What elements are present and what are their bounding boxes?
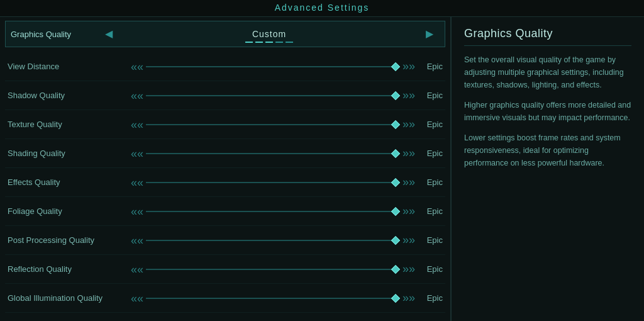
gq-dashes bbox=[245, 42, 293, 43]
top-bar: Advanced Settings bbox=[0, 0, 644, 17]
chevron-left-icon: «« bbox=[131, 293, 143, 304]
slider-container[interactable]: «« »» bbox=[131, 146, 415, 161]
chevron-right-icon: »» bbox=[402, 291, 415, 305]
setting-row: Global Illumination Quality «« »» Epic bbox=[5, 284, 445, 313]
slider-track: «« »» bbox=[131, 291, 415, 305]
track-thumb bbox=[391, 207, 400, 216]
slider-container[interactable]: «« »» bbox=[131, 291, 415, 306]
slider-container[interactable]: «« »» bbox=[131, 117, 415, 132]
chevron-left-icon: «« bbox=[131, 264, 143, 275]
slider-container[interactable]: «« »» bbox=[131, 262, 415, 277]
track-fill bbox=[146, 153, 400, 154]
top-bar-title: Advanced Settings bbox=[275, 3, 370, 13]
right-panel-paragraph: Lower settings boost frame rates and sys… bbox=[464, 132, 631, 169]
chevron-right-icon: »» bbox=[402, 118, 415, 131]
track-thumb bbox=[391, 236, 400, 245]
slider-track: «« »» bbox=[131, 60, 415, 74]
track-bar bbox=[146, 298, 400, 299]
track-thumb bbox=[391, 91, 400, 100]
main-layout: Graphics Quality ◀ Custom ▶ bbox=[0, 17, 644, 321]
setting-value: Epic bbox=[415, 62, 445, 71]
chevron-right-icon: »» bbox=[402, 262, 415, 276]
right-panel-desc: Set the overall visual quality of the ga… bbox=[464, 54, 631, 169]
slider-track: «« »» bbox=[131, 234, 415, 247]
diamond-icon bbox=[391, 264, 400, 273]
setting-row: Shading Quality «« »» Epic bbox=[5, 139, 445, 168]
track-bar bbox=[146, 269, 400, 270]
slider-container[interactable]: «« »» bbox=[131, 59, 415, 74]
slider-container[interactable]: «« »» bbox=[131, 175, 415, 190]
track-bar bbox=[146, 124, 400, 125]
diamond-icon bbox=[391, 149, 400, 157]
setting-label: Global Illumination Quality bbox=[5, 293, 131, 303]
diamond-icon bbox=[391, 177, 400, 186]
gq-value: Custom bbox=[252, 29, 286, 39]
setting-label: Foliage Quality bbox=[5, 206, 131, 216]
track-fill bbox=[146, 66, 400, 67]
setting-label: Effects Quality bbox=[5, 177, 131, 187]
dash-3 bbox=[265, 42, 273, 43]
diamond-icon bbox=[391, 91, 400, 99]
left-panel: Graphics Quality ◀ Custom ▶ bbox=[0, 17, 452, 321]
setting-value: Epic bbox=[415, 293, 445, 303]
chevron-left-icon: «« bbox=[131, 206, 143, 217]
setting-label: Shading Quality bbox=[5, 149, 131, 158]
track-bar bbox=[146, 95, 400, 96]
setting-label: Shadow Quality bbox=[5, 91, 131, 100]
chevron-right-icon: »» bbox=[402, 60, 415, 73]
slider-track: «« »» bbox=[131, 118, 415, 132]
setting-value: Epic bbox=[415, 120, 445, 129]
chevron-right-icon: »» bbox=[402, 147, 415, 160]
setting-row: Post Processing Quality «« »» Epic bbox=[5, 226, 445, 255]
setting-row: Reflection Quality «« »» Epic bbox=[5, 255, 445, 284]
dash-2 bbox=[255, 42, 263, 43]
setting-row: Texture Quality «« »» Epic bbox=[5, 110, 445, 139]
diamond-icon bbox=[391, 206, 400, 215]
diamond-icon bbox=[391, 235, 400, 244]
chevron-right-icon: »» bbox=[402, 176, 415, 189]
chevron-right-icon: »» bbox=[402, 234, 415, 247]
dash-1 bbox=[245, 42, 253, 43]
chevron-right-icon: »» bbox=[402, 89, 415, 102]
track-thumb bbox=[391, 149, 400, 158]
right-panel-paragraph: Higher graphics quality offers more deta… bbox=[464, 99, 631, 124]
track-fill bbox=[146, 269, 400, 270]
setting-value: Epic bbox=[415, 149, 445, 158]
slider-track: «« »» bbox=[131, 176, 415, 189]
chevron-left-icon: «« bbox=[131, 119, 143, 130]
chevron-left-icon: «« bbox=[131, 61, 143, 72]
slider-track: «« »» bbox=[131, 205, 415, 218]
gq-left-arrow[interactable]: ◀ bbox=[99, 29, 119, 39]
gq-header-label: Graphics Quality bbox=[11, 30, 99, 39]
setting-value: Epic bbox=[415, 235, 445, 245]
setting-row: View Distance «« »» Epic bbox=[5, 52, 445, 81]
slider-container[interactable]: «« »» bbox=[131, 233, 415, 248]
setting-label: Reflection Quality bbox=[5, 264, 131, 274]
setting-row: Shadow Quality «« »» Epic bbox=[5, 81, 445, 110]
dash-5 bbox=[286, 42, 293, 43]
slider-track: «« »» bbox=[131, 89, 415, 103]
right-panel-title: Graphics Quality bbox=[464, 27, 631, 46]
slider-track: «« »» bbox=[131, 147, 415, 160]
setting-label: Post Processing Quality bbox=[5, 235, 131, 245]
track-bar bbox=[146, 66, 400, 67]
slider-container[interactable]: «« »» bbox=[131, 204, 415, 219]
chevron-left-icon: «« bbox=[131, 90, 143, 101]
diamond-icon bbox=[391, 120, 400, 128]
graphics-quality-header: Graphics Quality ◀ Custom ▶ bbox=[5, 21, 445, 47]
track-thumb bbox=[391, 294, 400, 303]
track-fill bbox=[146, 124, 400, 125]
track-thumb bbox=[391, 265, 400, 274]
diamond-icon bbox=[391, 62, 400, 70]
settings-list: View Distance «« »» Epic Shadow Quality bbox=[0, 50, 450, 315]
setting-value: Epic bbox=[415, 177, 445, 187]
gq-value-box: Custom bbox=[119, 29, 419, 39]
track-fill bbox=[146, 211, 400, 212]
chevron-left-icon: «« bbox=[131, 148, 143, 159]
diamond-icon bbox=[391, 293, 400, 302]
gq-right-arrow[interactable]: ▶ bbox=[419, 29, 440, 39]
gq-header-control: ◀ Custom ▶ bbox=[99, 29, 440, 39]
right-panel-paragraph: Set the overall visual quality of the ga… bbox=[464, 54, 631, 91]
setting-label: View Distance bbox=[5, 62, 131, 71]
slider-container[interactable]: «« »» bbox=[131, 88, 415, 103]
